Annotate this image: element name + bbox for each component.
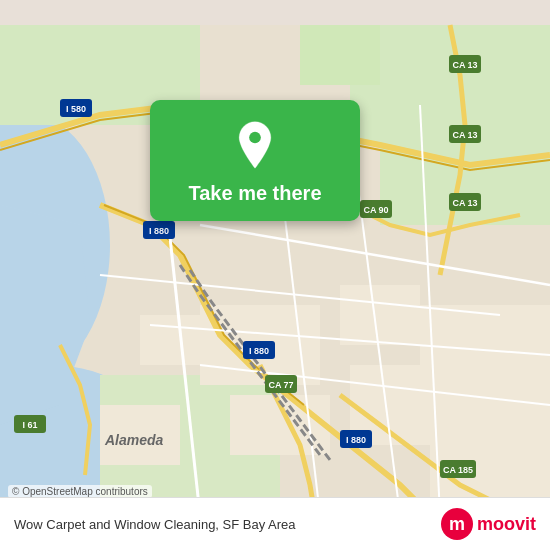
svg-text:I 880: I 880 — [249, 346, 269, 356]
map-container: I 580 I 580 I 880 I 880 I 880 CA 13 CA 1… — [0, 0, 550, 550]
location-label: Wow Carpet and Window Cleaning, SF Bay A… — [14, 517, 441, 532]
svg-rect-10 — [340, 285, 420, 345]
cta-label: Take me there — [188, 182, 321, 205]
bottom-bar: Wow Carpet and Window Cleaning, SF Bay A… — [0, 497, 550, 550]
moovit-wordmark: moovit — [477, 514, 536, 535]
svg-text:I 880: I 880 — [346, 435, 366, 445]
svg-text:I 61: I 61 — [22, 420, 37, 430]
svg-text:CA 90: CA 90 — [363, 205, 388, 215]
moovit-icon: m — [441, 508, 473, 540]
svg-text:CA 77: CA 77 — [268, 380, 293, 390]
svg-text:CA 13: CA 13 — [452, 198, 477, 208]
svg-text:I 880: I 880 — [149, 226, 169, 236]
moovit-logo: m moovit — [441, 508, 536, 540]
svg-text:CA 13: CA 13 — [452, 130, 477, 140]
cta-card[interactable]: Take me there — [150, 100, 360, 221]
svg-rect-7 — [300, 25, 380, 85]
location-pin-icon — [230, 120, 280, 170]
svg-rect-14 — [420, 305, 550, 405]
svg-text:Alameda: Alameda — [104, 432, 164, 448]
svg-rect-13 — [140, 315, 200, 365]
svg-text:CA 13: CA 13 — [452, 60, 477, 70]
svg-text:CA 185: CA 185 — [443, 465, 473, 475]
svg-text:I 580: I 580 — [66, 104, 86, 114]
map-background: I 580 I 580 I 880 I 880 I 880 CA 13 CA 1… — [0, 0, 550, 550]
svg-point-50 — [249, 132, 261, 144]
